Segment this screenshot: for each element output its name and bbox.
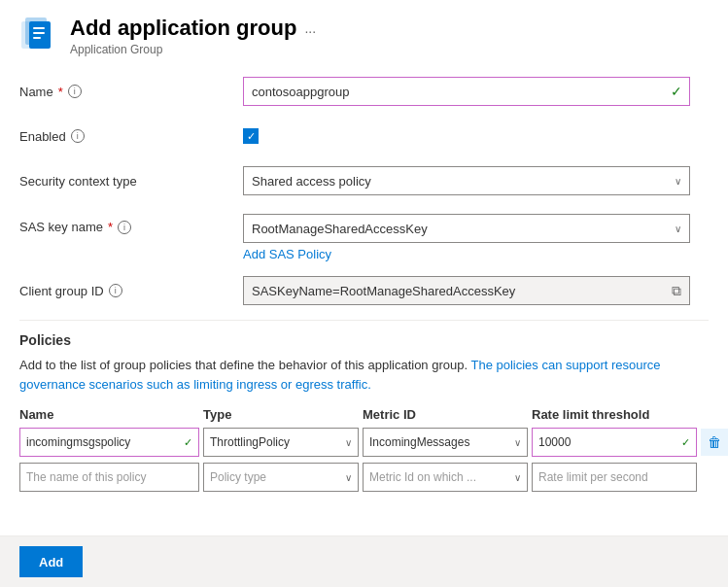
delete-icon: 🗑 xyxy=(708,434,721,450)
col-header-rate: Rate limit threshold xyxy=(532,407,697,422)
enabled-control xyxy=(243,128,690,144)
enabled-info-icon[interactable]: i xyxy=(71,129,85,143)
client-group-control: SASKeyName=RootManageSharedAccessKey ⧉ xyxy=(243,276,690,305)
page-footer: Add xyxy=(0,535,728,587)
enabled-row: Enabled i xyxy=(19,121,709,152)
policy-metric-placeholder-dropdown[interactable]: Metric Id on which ... ∨ xyxy=(363,463,528,492)
client-group-field: SASKeyName=RootManageSharedAccessKey ⧉ xyxy=(243,276,690,305)
policy-metric-dropdown[interactable]: IncomingMessages ∨ xyxy=(363,428,528,457)
col-header-metric: Metric ID xyxy=(363,407,528,422)
policy-name-placeholder[interactable]: The name of this policy xyxy=(19,463,199,492)
delete-policy-button[interactable]: 🗑 xyxy=(701,429,728,456)
client-group-row: Client group ID i SASKeyName=RootManageS… xyxy=(19,275,709,306)
header-ellipsis[interactable]: ... xyxy=(304,20,316,36)
sas-key-value: RootManageSharedAccessKey xyxy=(252,222,428,236)
name-required: * xyxy=(58,85,63,99)
sas-required: * xyxy=(108,220,113,234)
policy-type-dropdown[interactable]: ThrottlingPolicy ∨ xyxy=(203,428,359,457)
sas-key-control: RootManageSharedAccessKey ∨ Add SAS Poli… xyxy=(243,214,690,261)
policy-rate-input[interactable]: 10000 ✓ xyxy=(532,428,697,457)
sas-key-label: SAS key name * i xyxy=(19,214,243,234)
add-sas-link[interactable]: Add SAS Policy xyxy=(243,247,331,261)
enabled-checkbox[interactable] xyxy=(243,128,259,144)
policy-type-placeholder-text: Policy type xyxy=(210,470,266,484)
policy-name-value: incomingmsgspolicy xyxy=(26,435,130,449)
security-context-dropdown[interactable]: Shared access policy ∨ xyxy=(243,166,690,195)
security-context-label: Security context type xyxy=(19,174,243,189)
name-control: ✓ xyxy=(243,77,690,106)
header-text: Add application group ... Application Gr… xyxy=(70,16,316,56)
form-section: Name * i ✓ Enabled i xyxy=(19,76,709,306)
policy-type-placeholder-dropdown[interactable]: Policy type ∨ xyxy=(203,463,359,492)
table-header-row: Name Type Metric ID Rate limit threshold xyxy=(19,407,709,422)
policy-name-check-icon: ✓ xyxy=(184,436,192,449)
policies-title: Policies xyxy=(19,332,709,348)
app-group-icon xyxy=(19,16,58,54)
policy-metric-placeholder-chevron-icon: ∨ xyxy=(514,472,521,483)
page-subtitle: Application Group xyxy=(70,43,316,56)
col-header-type: Type xyxy=(203,407,359,422)
sas-key-row: SAS key name * i RootManageSharedAccessK… xyxy=(19,210,709,261)
policy-metric-value: IncomingMessages xyxy=(369,435,469,449)
col-header-actions xyxy=(701,407,728,422)
name-info-icon[interactable]: i xyxy=(68,85,82,98)
sas-key-chevron-icon: ∨ xyxy=(675,224,681,234)
policies-table: Name Type Metric ID Rate limit threshold… xyxy=(19,407,709,492)
policy-name-input[interactable]: incomingmsgspolicy ✓ xyxy=(19,428,199,457)
add-button[interactable]: Add xyxy=(19,546,83,577)
policy-metric-placeholder-text: Metric Id on which ... xyxy=(369,470,476,484)
table-row: incomingmsgspolicy ✓ ThrottlingPolicy ∨ … xyxy=(19,428,709,457)
policy-metric-chevron-icon: ∨ xyxy=(514,437,521,448)
name-check-icon: ✓ xyxy=(671,84,682,99)
sas-info-icon[interactable]: i xyxy=(118,221,131,234)
policies-desc-text: Add to the list of group policies that d… xyxy=(19,358,468,372)
client-group-info-icon[interactable]: i xyxy=(109,284,122,297)
policies-description: Add to the list of group policies that d… xyxy=(19,356,709,394)
policy-rate-check-icon: ✓ xyxy=(681,436,690,449)
policy-type-value: ThrottlingPolicy xyxy=(210,435,290,449)
name-input-wrapper: ✓ xyxy=(243,77,690,106)
table-row-placeholder: The name of this policy Policy type ∨ Me… xyxy=(19,463,709,492)
sas-key-dropdown[interactable]: RootManageSharedAccessKey ∨ xyxy=(243,214,690,243)
svg-rect-2 xyxy=(29,21,51,49)
policy-rate-value: 10000 xyxy=(538,435,571,449)
copy-icon[interactable]: ⧉ xyxy=(672,283,681,299)
policy-type-placeholder-chevron-icon: ∨ xyxy=(345,472,352,483)
page-title: Add application group ... xyxy=(70,16,316,41)
col-header-name: Name xyxy=(19,407,199,422)
policy-type-chevron-icon: ∨ xyxy=(345,437,352,448)
enabled-checkbox-container xyxy=(243,128,690,144)
security-context-chevron-icon: ∨ xyxy=(675,176,681,187)
client-group-value: SASKeyName=RootManageSharedAccessKey xyxy=(252,284,515,298)
security-context-control: Shared access policy ∨ xyxy=(243,166,690,195)
page-header: Add application group ... Application Gr… xyxy=(19,16,709,56)
security-context-value: Shared access policy xyxy=(252,174,371,189)
security-context-row: Security context type Shared access poli… xyxy=(19,165,709,196)
name-label: Name * i xyxy=(19,85,243,99)
policies-section: Policies Add to the list of group polici… xyxy=(19,320,709,492)
name-input[interactable] xyxy=(243,77,690,106)
svg-rect-4 xyxy=(33,32,45,34)
enabled-label: Enabled i xyxy=(19,129,243,144)
svg-rect-5 xyxy=(33,37,41,39)
client-group-label: Client group ID i xyxy=(19,284,243,298)
svg-rect-3 xyxy=(33,27,45,29)
policy-rate-placeholder[interactable]: Rate limit per second xyxy=(532,463,697,492)
name-row: Name * i ✓ xyxy=(19,76,709,107)
page-container: Add application group ... Application Gr… xyxy=(0,0,728,517)
